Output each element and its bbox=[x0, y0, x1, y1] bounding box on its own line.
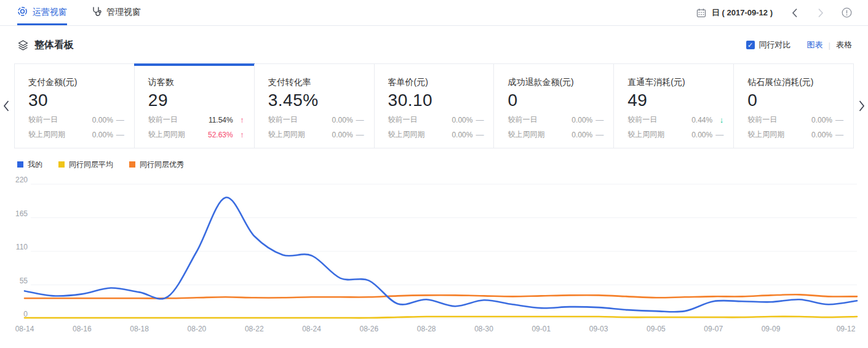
legend-swatch bbox=[17, 161, 23, 168]
metric-compare-value: 0.00% bbox=[92, 131, 113, 139]
legend-item[interactable]: 同行同层平均 bbox=[58, 160, 113, 170]
metric-compare-label: 较前一日 bbox=[388, 115, 418, 125]
metric-card-title: 钻石展位消耗(元) bbox=[747, 77, 843, 88]
metric-compare-label: 较前一日 bbox=[747, 115, 777, 125]
metric-compare-value: 0.00% bbox=[332, 131, 353, 139]
metric-compare-value: 0.00% bbox=[571, 131, 592, 139]
metric-card-value: 0 bbox=[508, 91, 603, 110]
carousel-prev-icon[interactable] bbox=[2, 99, 10, 113]
metric-compare-row: 较前一日0.44%↓ bbox=[627, 115, 723, 125]
metric-compare-value: 0.00% bbox=[92, 116, 113, 124]
metric-compare-value: 52.63% bbox=[208, 131, 233, 139]
x-tick-label: 08-30 bbox=[474, 325, 493, 333]
view-toggle-table[interactable]: 表格 bbox=[836, 39, 852, 51]
metric-card[interactable]: 支付转化率3.45%较前一日0.00%—较上周同期0.00%— bbox=[254, 64, 374, 148]
metric-compare-value: 11.54% bbox=[209, 116, 233, 124]
peer-compare-label[interactable]: 同行对比 bbox=[759, 39, 791, 51]
metric-compare-value: 0.00% bbox=[332, 116, 353, 124]
page-title: 整体看板 bbox=[34, 39, 74, 52]
trend-flat-icon: — bbox=[592, 115, 603, 124]
info-icon[interactable] bbox=[842, 7, 852, 18]
section-header: 整体看板 ✓ 同行对比 图表 | 表格 bbox=[17, 37, 852, 53]
metric-compare-label: 较上周同期 bbox=[747, 129, 784, 140]
tab-operations-window[interactable]: 运营视窗 bbox=[17, 0, 67, 25]
trend-flat-icon: — bbox=[353, 115, 364, 124]
metric-compare-label: 较上周同期 bbox=[268, 129, 305, 140]
legend-item[interactable]: 我的 bbox=[17, 160, 42, 170]
metric-compare-label: 较前一日 bbox=[28, 115, 58, 125]
date-range-label[interactable]: 日 ( 2017-09-12 ) bbox=[712, 7, 773, 18]
x-tick-label: 09-01 bbox=[532, 325, 551, 333]
series-line-peer-average bbox=[25, 317, 857, 318]
x-tick-label: 09-03 bbox=[589, 325, 608, 333]
metric-card-title: 支付转化率 bbox=[268, 77, 364, 88]
metric-card[interactable]: 客单价(元)30.10较前一日0.00%—较上周同期0.00%— bbox=[374, 64, 494, 148]
metric-card-title: 访客数 bbox=[148, 77, 244, 88]
metric-compare-label: 较上周同期 bbox=[627, 129, 664, 140]
chevron-left-icon[interactable] bbox=[791, 7, 798, 18]
metric-compare-value: 0.00% bbox=[571, 116, 592, 124]
metric-compare-row: 较前一日11.54%↑ bbox=[148, 115, 244, 125]
peer-compare-checkbox[interactable]: ✓ bbox=[746, 41, 755, 49]
metric-compare-row: 较上周同期0.00%— bbox=[388, 129, 484, 140]
metric-compare-value: 0.00% bbox=[691, 131, 712, 139]
metric-card[interactable]: 访客数29较前一日11.54%↑较上周同期52.63%↑ bbox=[134, 64, 254, 148]
legend-label: 我的 bbox=[28, 160, 42, 170]
layers-icon bbox=[17, 39, 29, 51]
topbar: 运营视窗管理视窗 日 ( 2017-09-12 ) bbox=[0, 0, 868, 26]
x-tick-label: 08-24 bbox=[302, 325, 321, 333]
metric-compare-label: 较上周同期 bbox=[388, 129, 425, 140]
metric-compare-row: 较上周同期0.00%— bbox=[747, 129, 843, 140]
metric-cards: 支付金额(元)30较前一日0.00%—较上周同期0.00%—访客数29较前一日1… bbox=[14, 63, 854, 148]
metric-compare-row: 较上周同期52.63%↑ bbox=[148, 129, 244, 140]
metric-card[interactable]: 钻石展位消耗(元)0较前一日0.00%—较上周同期0.00%— bbox=[733, 64, 853, 148]
life-buoy-icon bbox=[17, 6, 28, 18]
metric-compare-label: 较前一日 bbox=[627, 115, 657, 125]
trend-down-icon: ↓ bbox=[712, 115, 723, 124]
metric-compare-label: 较上周同期 bbox=[508, 129, 544, 140]
legend-swatch bbox=[129, 161, 135, 168]
metric-card-title: 成功退款金额(元) bbox=[508, 77, 603, 88]
x-tick-label: 08-20 bbox=[188, 325, 207, 333]
trend-up-icon: ↑ bbox=[233, 115, 244, 124]
trend-up-icon: ↑ bbox=[233, 130, 244, 139]
carousel-next-icon[interactable] bbox=[858, 99, 866, 113]
metric-card[interactable]: 成功退款金额(元)0较前一日0.00%—较上周同期0.00%— bbox=[493, 64, 613, 148]
calendar-icon[interactable] bbox=[696, 8, 706, 18]
x-tick-label: 08-28 bbox=[417, 325, 436, 333]
view-toggle-divider: | bbox=[829, 41, 830, 50]
metric-compare-row: 较前一日0.00%— bbox=[28, 115, 124, 125]
trend-flat-icon: — bbox=[472, 130, 484, 139]
x-tick-label: 08-18 bbox=[130, 325, 149, 333]
metric-compare-row: 较上周同期0.00%— bbox=[28, 129, 124, 140]
topbar-right: 日 ( 2017-09-12 ) bbox=[696, 0, 852, 25]
metric-compare-value: 0.00% bbox=[811, 116, 832, 124]
trend-flat-icon: — bbox=[113, 115, 124, 124]
chevron-right-icon[interactable] bbox=[817, 7, 824, 18]
trend-flat-icon: — bbox=[353, 130, 364, 139]
trend-flat-icon: — bbox=[832, 130, 843, 139]
metric-compare-row: 较上周同期0.00%— bbox=[627, 129, 723, 140]
metric-compare-label: 较前一日 bbox=[148, 115, 178, 125]
metric-card-title: 客单价(元) bbox=[388, 77, 484, 88]
metric-card[interactable]: 直通车消耗(元)49较前一日0.44%↓较上周同期0.00%— bbox=[613, 64, 733, 148]
view-toggle-chart[interactable]: 图表 bbox=[807, 39, 823, 51]
metric-cards-row: 支付金额(元)30较前一日0.00%—较上周同期0.00%—访客数29较前一日1… bbox=[14, 63, 854, 148]
trend-flat-icon: — bbox=[472, 115, 484, 124]
metric-card[interactable]: 支付金额(元)30较前一日0.00%—较上周同期0.00%— bbox=[15, 64, 134, 148]
window-tabs: 运营视窗管理视窗 bbox=[17, 0, 141, 25]
x-tick-label: 09-05 bbox=[647, 325, 666, 333]
legend-item[interactable]: 同行同层优秀 bbox=[129, 160, 184, 170]
metric-compare-label: 较前一日 bbox=[268, 115, 298, 125]
y-tick-label: 110 bbox=[16, 243, 28, 251]
metric-compare-label: 较上周同期 bbox=[28, 129, 65, 140]
tab-label: 运营视窗 bbox=[33, 7, 67, 18]
tab-management-window[interactable]: 管理视窗 bbox=[92, 0, 141, 25]
trend-flat-icon: — bbox=[712, 130, 723, 139]
trend-flat-icon: — bbox=[113, 130, 124, 139]
chart-legend: 我的同行同层平均同行同层优秀 bbox=[17, 161, 868, 168]
legend-swatch bbox=[58, 161, 65, 168]
metric-compare-row: 较前一日0.00%— bbox=[268, 115, 364, 125]
x-tick-label: 09-12 bbox=[837, 325, 856, 333]
metric-compare-row: 较前一日0.00%— bbox=[508, 115, 603, 125]
